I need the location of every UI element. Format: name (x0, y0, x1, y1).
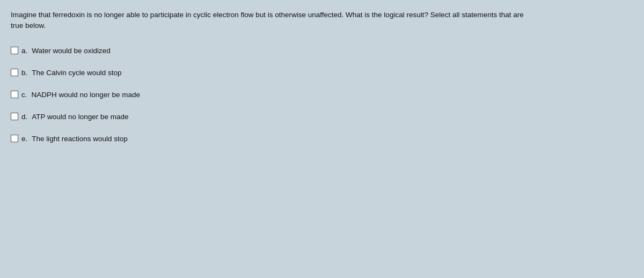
checkbox-label-c[interactable]: c.NADPH would no longer be made (11, 91, 140, 99)
option-row-e: e.The light reactions would stop (11, 135, 633, 143)
checkbox-label-a[interactable]: a.Water would be oxidized (11, 47, 111, 55)
option-letter-b: b. (21, 69, 27, 77)
option-letter-a: a. (21, 47, 27, 55)
checkbox-label-d[interactable]: d.ATP would no longer be made (11, 113, 129, 121)
option-letter-d: d. (21, 113, 27, 121)
checkbox-e[interactable] (11, 135, 18, 142)
option-letter-c: c. (21, 91, 27, 99)
option-label-d: ATP would no longer be made (32, 113, 128, 121)
checkbox-c[interactable] (11, 91, 18, 98)
checkbox-label-b[interactable]: b.The Calvin cycle would stop (11, 69, 122, 77)
question-text: Imagine that ferredoxin is no longer abl… (11, 10, 526, 32)
option-row-d: d.ATP would no longer be made (11, 113, 633, 121)
option-label-b: The Calvin cycle would stop (32, 69, 121, 77)
option-row-a: a.Water would be oxidized (11, 47, 633, 55)
option-letter-e: e. (21, 135, 27, 143)
checkbox-a[interactable] (11, 47, 18, 54)
option-row-c: c.NADPH would no longer be made (11, 91, 633, 99)
option-label-e: The light reactions would stop (32, 135, 128, 143)
option-row-b: b.The Calvin cycle would stop (11, 69, 633, 77)
checkbox-b[interactable] (11, 69, 18, 76)
option-label-a: Water would be oxidized (32, 47, 111, 55)
checkbox-label-e[interactable]: e.The light reactions would stop (11, 135, 128, 143)
option-label-c: NADPH would no longer be made (32, 91, 141, 99)
checkbox-d[interactable] (11, 113, 18, 120)
